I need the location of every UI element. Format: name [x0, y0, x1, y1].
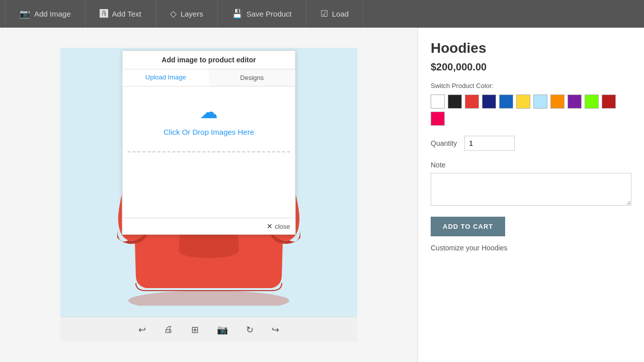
color-swatch-dark-red[interactable] — [602, 95, 616, 109]
bottom-toolbar: ↩ 🖨 ⊞ 📷 ↻ ↪ — [60, 317, 357, 342]
note-label: Note — [431, 161, 631, 169]
layers-button[interactable]: ◇ Layers — [156, 0, 218, 28]
quantity-input[interactable] — [464, 136, 515, 151]
color-swatch-yellow[interactable] — [516, 95, 530, 109]
color-swatch-red[interactable] — [465, 95, 479, 109]
camera-icon: 📷 — [20, 9, 30, 19]
upload-modal-title: Add image to product editor — [123, 51, 295, 69]
product-title: Hoodies — [431, 40, 631, 56]
color-swatch-orange[interactable] — [550, 95, 565, 109]
add-text-button[interactable]: 🅰 Add Text — [86, 0, 156, 28]
color-swatches — [431, 95, 631, 126]
drop-text: Click Or Drop Images Here — [133, 128, 285, 136]
upload-tabs: Upload Image Designs — [123, 69, 295, 86]
layers-icon: ◇ — [170, 9, 177, 19]
note-textarea[interactable] — [431, 173, 631, 206]
cloud-upload-icon: ☁ — [133, 102, 285, 123]
color-swatch-blue[interactable] — [499, 95, 513, 109]
modal-close[interactable]: ✕ close — [123, 218, 295, 234]
upload-image-tab[interactable]: Upload Image — [123, 69, 209, 86]
close-icon: ✕ — [267, 222, 273, 230]
right-panel: Hoodies $200,000.00 Switch Product Color… — [418, 28, 644, 362]
undo-button[interactable]: ↩ — [134, 322, 150, 338]
customize-text: Customize your Hoodies — [431, 244, 631, 252]
top-toolbar: 📷 Add Image 🅰 Add Text ◇ Layers 💾 Save P… — [0, 0, 644, 28]
load-icon: ☑ — [320, 9, 328, 19]
add-image-button[interactable]: 📷 Add Image — [5, 0, 86, 28]
quantity-label: Quantity — [431, 139, 457, 147]
color-swatch-lime[interactable] — [585, 95, 599, 109]
color-swatch-purple[interactable] — [568, 95, 582, 109]
svg-point-0 — [128, 291, 289, 306]
upload-divider — [128, 151, 290, 152]
load-button[interactable]: ☑ Load — [306, 0, 363, 28]
camera-button[interactable]: 📷 — [213, 322, 232, 338]
add-to-cart-button[interactable]: ADD TO CART — [431, 217, 505, 236]
print-button[interactable]: 🖨 — [160, 322, 177, 337]
color-label: Switch Product Color: — [431, 82, 631, 89]
save-icon: 💾 — [232, 9, 243, 19]
color-swatch-dark-blue[interactable] — [482, 95, 496, 109]
refresh-button[interactable]: ↻ — [242, 322, 258, 338]
editor-area: ↓↓↓↓↓ Add image to product editor Upload… — [0, 28, 418, 362]
designs-tab[interactable]: Designs — [209, 69, 295, 86]
color-swatch-black[interactable] — [448, 95, 462, 109]
grid-button[interactable]: ⊞ — [187, 322, 203, 338]
save-product-button[interactable]: 💾 Save Product — [218, 0, 306, 28]
canvas-container[interactable]: ↓↓↓↓↓ Add image to product editor Upload… — [60, 48, 357, 317]
upload-modal: Add image to product editor Upload Image… — [122, 50, 296, 235]
main-content: ↓↓↓↓↓ Add image to product editor Upload… — [0, 28, 644, 362]
upload-drop-area[interactable]: ☁ Click Or Drop Images Here — [123, 86, 295, 151]
text-icon: 🅰 — [100, 9, 108, 19]
quantity-row: Quantity — [431, 136, 631, 151]
upload-empty-area — [123, 157, 295, 218]
color-swatch-light-blue[interactable] — [533, 95, 547, 109]
color-swatch-white[interactable] — [431, 95, 445, 109]
color-swatch-pink[interactable] — [431, 112, 445, 126]
redo-button[interactable]: ↪ — [268, 322, 283, 338]
product-price: $200,000.00 — [431, 61, 631, 73]
